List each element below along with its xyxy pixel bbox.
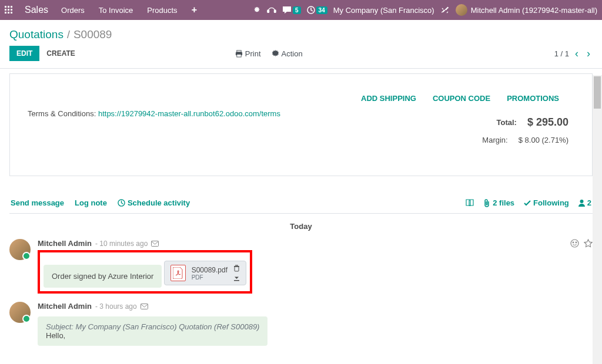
breadcrumb: Quotations / S00089: [0, 20, 602, 46]
totals: Total: $ 295.00 Margin: $ 8.00 (2.71%): [482, 113, 568, 148]
svg-rect-10: [267, 10, 269, 12]
note-body: Order signed by Azure Interior: [44, 265, 162, 288]
scrollbar-thumb[interactable]: [594, 76, 601, 109]
message-time: - 3 hours ago: [95, 302, 137, 311]
activity-icon[interactable]: 34: [307, 6, 327, 14]
trash-icon[interactable]: [233, 265, 240, 272]
smiley-icon[interactable]: [570, 239, 579, 248]
svg-point-18: [580, 200, 583, 203]
create-button[interactable]: CREATE: [39, 46, 82, 61]
add-shipping-button[interactable]: ADD SHIPPING: [361, 94, 416, 103]
message-body: Subject: My Company (San Francisco) Quot…: [38, 316, 267, 346]
attachment-card[interactable]: S00089.pdf PDF: [164, 261, 246, 285]
nav-products[interactable]: Products: [140, 6, 184, 15]
following-label: Following: [533, 198, 569, 207]
breadcrumb-root[interactable]: Quotations: [9, 28, 63, 41]
clock-icon: [118, 199, 125, 207]
form-view: Terms & Conditions: https://19279942-mas…: [0, 69, 602, 358]
svg-rect-3: [5, 9, 6, 11]
svg-rect-15: [237, 54, 241, 57]
svg-rect-0: [5, 6, 6, 8]
download-icon[interactable]: [233, 274, 240, 281]
messaging-icon[interactable]: 5: [282, 6, 301, 14]
nav-plus-icon[interactable]: +: [185, 5, 204, 15]
action-button[interactable]: Action: [272, 49, 303, 58]
avatar: [456, 4, 467, 16]
coupon-button[interactable]: COUPON CODE: [433, 94, 490, 103]
chatter-topbar: Send message Log note Schedule activity …: [9, 188, 593, 214]
user-name: Mitchell Admin (19279942-master-all): [471, 6, 597, 15]
gear-icon: [272, 50, 279, 58]
log-note-button[interactable]: Log note: [75, 198, 107, 207]
print-icon: [235, 50, 243, 58]
envelope-icon[interactable]: [151, 241, 159, 247]
highlight-annotation: Order signed by Azure Interior S00089.pd…: [38, 250, 252, 294]
paperclip-icon: [483, 199, 490, 207]
support-icon[interactable]: [267, 6, 276, 14]
pager-next-icon[interactable]: ›: [584, 48, 593, 60]
user-icon: [578, 199, 585, 207]
svg-rect-13: [237, 50, 241, 52]
nav-orders[interactable]: Orders: [54, 6, 92, 15]
svg-point-22: [576, 242, 577, 243]
app-brand[interactable]: Sales: [19, 5, 54, 15]
svg-rect-25: [236, 265, 238, 266]
svg-rect-8: [11, 12, 12, 14]
pager-value[interactable]: 1 / 1: [554, 49, 569, 58]
envelope-icon[interactable]: [141, 304, 148, 309]
svg-rect-11: [274, 10, 276, 12]
terms-label: Terms & Conditions:: [28, 109, 98, 118]
systray: 5 34 My Company (San Francisco) Mitchell…: [253, 4, 597, 16]
margin-label: Margin:: [482, 136, 507, 144]
svg-rect-1: [8, 6, 9, 8]
schedule-activity-button[interactable]: Schedule activity: [118, 198, 190, 207]
schedule-label: Schedule activity: [128, 198, 190, 207]
svg-point-21: [573, 242, 574, 243]
pdf-icon: [170, 265, 186, 281]
star-icon[interactable]: [584, 239, 593, 248]
message-author[interactable]: Mitchell Admin: [38, 239, 92, 248]
breadcrumb-current: S00089: [73, 28, 112, 41]
pager-prev-icon[interactable]: ‹: [573, 48, 581, 60]
nav-to-invoice[interactable]: To Invoice: [92, 6, 141, 15]
check-icon: [524, 200, 531, 206]
attachment-type: PDF: [192, 274, 228, 281]
svg-rect-6: [5, 12, 6, 14]
svg-point-9: [255, 8, 258, 11]
company-switcher[interactable]: My Company (San Francisco): [333, 6, 434, 15]
pager: 1 / 1 ‹ ›: [554, 48, 593, 60]
total-label: Total:: [497, 118, 517, 127]
svg-rect-7: [8, 12, 9, 14]
message-text: Hello,: [46, 331, 259, 340]
debug-icon[interactable]: [253, 6, 261, 14]
margin-value: $ 8.00 (2.71%): [519, 136, 568, 144]
svg-point-20: [571, 240, 578, 247]
terms-link[interactable]: https://19279942-master-all.runbot62.odo…: [98, 109, 280, 118]
following-button[interactable]: Following: [524, 198, 569, 207]
message-author[interactable]: Mitchell Admin: [38, 302, 92, 311]
send-message-button[interactable]: Send message: [11, 198, 64, 207]
summary-actions: ADD SHIPPING COUPON CODE PROMOTIONS: [361, 94, 559, 103]
message-time: - 10 minutes ago: [95, 240, 148, 248]
book-icon[interactable]: [466, 199, 474, 207]
files-count: 2 files: [493, 198, 514, 207]
message: Mitchell Admin - 3 hours ago Subject: My…: [9, 302, 593, 346]
print-button[interactable]: Print: [235, 49, 261, 58]
followers-button[interactable]: 2: [578, 198, 591, 207]
message: Mitchell Admin - 10 minutes ago Order si…: [9, 239, 593, 294]
svg-rect-2: [11, 6, 12, 8]
user-menu[interactable]: Mitchell Admin (19279942-master-all): [456, 4, 597, 16]
attachments-button[interactable]: 2 files: [483, 198, 514, 207]
total-value: $ 295.00: [527, 116, 568, 129]
svg-rect-5: [11, 9, 12, 11]
svg-rect-4: [8, 9, 9, 11]
sheet: Terms & Conditions: https://19279942-mas…: [9, 73, 593, 176]
breadcrumb-sep: /: [63, 29, 73, 41]
promotions-button[interactable]: PROMOTIONS: [507, 94, 559, 103]
message-avatar: [9, 239, 31, 260]
settings-icon[interactable]: [440, 5, 450, 15]
action-label: Action: [282, 49, 303, 58]
edit-button[interactable]: EDIT: [9, 46, 39, 61]
apps-icon[interactable]: [5, 6, 19, 14]
scrollbar[interactable]: [593, 75, 602, 364]
